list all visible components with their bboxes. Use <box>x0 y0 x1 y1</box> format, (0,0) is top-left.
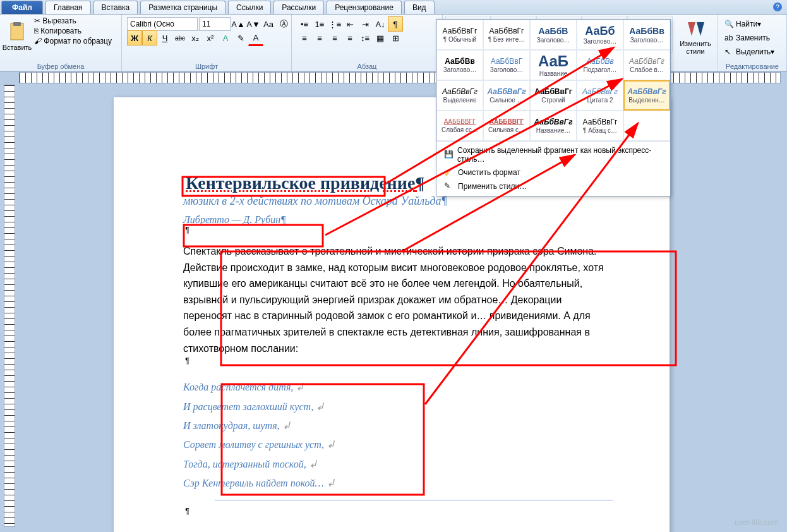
styles-gallery-dropdown: АаБбВвГг¶ ОбычныйАаБбВвГг¶ Без инте…АаБб… <box>436 19 671 196</box>
style-option[interactable]: АаБбВвГг¶ Обычный <box>436 20 483 50</box>
text-effects-button[interactable]: A <box>218 30 233 45</box>
bold-button[interactable]: Ж <box>127 30 142 45</box>
style-option[interactable]: АаБбВвГгСтрогий <box>530 80 577 111</box>
numbering-button[interactable]: 1≡ <box>312 16 327 32</box>
style-option[interactable]: ААББВВГГСлабая сс… <box>436 111 483 141</box>
group-label: Буфер обмена <box>0 63 121 70</box>
tab-home[interactable]: Главная <box>45 1 91 14</box>
styles-icon <box>685 18 706 39</box>
empty-para[interactable] <box>183 226 613 234</box>
find-button[interactable]: 🔍Найти ▾ <box>722 17 764 31</box>
style-option[interactable]: АаБбВвГгНазвание… <box>530 111 577 141</box>
tab-references[interactable]: Ссылки <box>228 1 271 14</box>
doc-verse[interactable]: Когда расплачется дитя, ↲И расцветет заг… <box>183 378 613 493</box>
align-right-button[interactable]: ≡ <box>327 30 342 45</box>
style-option[interactable]: АаБбВвГЗаголово… <box>483 50 530 80</box>
group-label: Шрифт <box>122 63 291 70</box>
show-marks-button[interactable]: ¶ <box>388 16 403 32</box>
clear-format-button[interactable]: Ⓐ <box>276 16 291 32</box>
style-option[interactable]: АаБбЗаголово… <box>577 20 623 50</box>
tab-mailings[interactable]: Рассылки <box>273 1 324 14</box>
font-color-button[interactable]: A <box>248 30 263 46</box>
justify-button[interactable]: ≡ <box>342 30 357 45</box>
subscript-button[interactable]: x₂ <box>188 30 203 45</box>
style-option[interactable]: АаБбВвГгЦитата 2 <box>577 80 623 111</box>
grow-font-button[interactable]: A▲ <box>231 16 246 32</box>
tab-file[interactable]: Файл <box>1 1 43 14</box>
empty-para[interactable] <box>183 356 613 365</box>
style-option[interactable] <box>623 111 670 141</box>
style-option[interactable]: АаБбВвГгСлабое в… <box>623 50 670 80</box>
superscript-button[interactable]: x² <box>203 30 218 45</box>
tab-review[interactable]: Рецензирование <box>327 1 402 14</box>
strike-button[interactable]: abc <box>172 30 188 45</box>
style-option[interactable]: ААББВВГГСильная с… <box>483 111 530 141</box>
tab-layout[interactable]: Разметка страницы <box>140 1 225 14</box>
style-option[interactable]: АаБбВвЗаголово… <box>623 20 670 50</box>
borders-button[interactable]: ⊞ <box>388 30 403 45</box>
font-family-input[interactable] <box>127 17 198 31</box>
paste-button[interactable]: Вставить <box>3 16 32 57</box>
style-option[interactable]: АаБбВвГгСильное … <box>483 80 530 111</box>
style-option[interactable]: АаБбВвГгВыделенн… <box>623 80 670 111</box>
format-painter-button[interactable]: 🖌 Формат по образцу <box>32 36 112 46</box>
save-quick-style[interactable]: 💾Сохранить выделенный фрагмент как новый… <box>442 144 665 166</box>
select-button[interactable]: ↖Выделить ▾ <box>722 45 777 59</box>
style-option[interactable]: АаБбВвГг¶ Без инте… <box>483 20 530 50</box>
style-option[interactable]: АаБбВЗаголово… <box>530 20 577 50</box>
align-center-button[interactable]: ≡ <box>312 30 327 45</box>
style-option[interactable]: АаБбВвЗаголово… <box>436 50 483 80</box>
font-size-input[interactable] <box>199 17 231 31</box>
doc-title[interactable]: Кентервильское привидение <box>183 172 427 194</box>
group-label: Редактирование <box>718 63 786 70</box>
apply-styles-action[interactable]: ✎Применить стили… <box>442 179 665 193</box>
ribbon-tabs: Файл Главная Вставка Разметка страницы С… <box>0 0 787 14</box>
sort-button[interactable]: A↓ <box>373 16 388 32</box>
italic-button[interactable]: К <box>142 30 157 45</box>
svg-rect-1 <box>13 22 21 26</box>
paste-icon <box>7 22 27 42</box>
group-editing: 🔍Найти ▾ abЗаменить ↖Выделить ▾ Редактир… <box>718 15 787 71</box>
tab-view[interactable]: Вид <box>404 1 435 14</box>
style-option[interactable]: АаБбВвПодзагол… <box>577 50 623 80</box>
vertical-ruler[interactable] <box>4 85 15 527</box>
outdent-button[interactable]: ⇤ <box>342 16 357 32</box>
style-option[interactable]: АаБНазвание <box>530 50 577 80</box>
bullets-button[interactable]: •≡ <box>297 16 312 32</box>
shading-button[interactable]: ▦ <box>373 30 388 45</box>
line-spacing-button[interactable]: ↕≡ <box>357 30 373 45</box>
align-left-button[interactable]: ≡ <box>297 30 312 45</box>
doc-author[interactable]: Либретто — Д. Рубин <box>183 214 613 226</box>
replace-button[interactable]: abЗаменить <box>722 31 772 45</box>
copy-button[interactable]: ⎘ Копировать <box>32 26 112 36</box>
cut-button[interactable]: ✂ Вырезать <box>32 16 112 26</box>
underline-button[interactable]: Ч <box>157 30 172 45</box>
tab-insert[interactable]: Вставка <box>93 1 138 14</box>
style-option[interactable]: АаБбВвГг¶ Абзац с… <box>577 111 623 141</box>
group-label: Абзац <box>292 63 442 70</box>
doc-body[interactable]: Спектакль рассказывает о трогательной и … <box>183 243 613 356</box>
indent-button[interactable]: ⇥ <box>357 16 373 32</box>
multilevel-button[interactable]: ⋮≡ <box>327 16 342 32</box>
group-paragraph: •≡ 1≡ ⋮≡ ⇤ ⇥ A↓ ¶ ≡ ≡ ≡ ≡ ↕≡ ▦ ⊞ Абзац <box>292 15 443 71</box>
clear-format-action[interactable]: 🧹Очистить формат <box>442 166 665 179</box>
empty-para[interactable] <box>183 507 613 516</box>
highlight-button[interactable]: ✎ <box>233 30 248 45</box>
group-clipboard: Вставить ✂ Вырезать ⎘ Копировать 🖌 Форма… <box>0 15 122 71</box>
doc-subtitle[interactable]: мюзикл в 2-х действиях по мотивам Оскара… <box>183 195 613 208</box>
help-icon[interactable]: ? <box>773 3 782 11</box>
change-styles-button[interactable]: Изменить стили <box>676 16 714 57</box>
group-font: A▲ A▼ Aa Ⓐ Ж К Ч abc x₂ x² A ✎ A Шрифт <box>122 15 292 71</box>
style-option[interactable]: АаБбВвГгВыделение <box>436 80 483 111</box>
watermark: user-life.com <box>735 518 778 527</box>
